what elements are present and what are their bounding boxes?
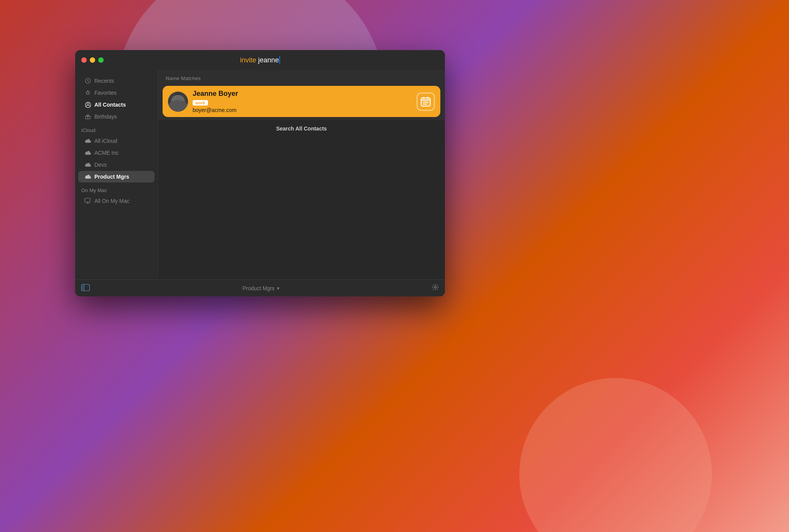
text-cursor xyxy=(279,56,280,64)
close-button[interactable] xyxy=(81,57,87,63)
name-matches-header: Name Matches xyxy=(158,70,445,84)
svg-rect-19 xyxy=(82,286,83,286)
svg-point-7 xyxy=(175,95,181,103)
icloud-section-label: iCloud xyxy=(75,123,158,135)
star-icon xyxy=(84,89,91,96)
search-dropdown: Name Matches xyxy=(158,70,445,137)
current-group-label: Product Mgrs xyxy=(242,285,274,291)
svg-rect-13 xyxy=(427,102,428,103)
sidebar-item-devs[interactable]: Devs xyxy=(78,159,154,171)
birthdays-label: Birthdays xyxy=(94,114,117,120)
sidebar-item-all-contacts[interactable]: All Contacts xyxy=(78,99,154,110)
sidebar-item-all-on-my-mac[interactable]: All On My Mac xyxy=(78,195,154,207)
sidebar-item-recents[interactable]: Recents xyxy=(78,75,154,87)
sidebar-item-all-icloud[interactable]: All iCloud xyxy=(78,135,154,147)
person-circle-icon xyxy=(84,101,91,108)
product-mgrs-label: Product Mgrs xyxy=(94,174,129,180)
devs-label: Devs xyxy=(94,162,107,168)
bottom-bar: Product Mgrs ▾ xyxy=(75,279,445,296)
contact-name: Jeanne Boyer xyxy=(193,90,412,98)
mac-icon xyxy=(84,197,91,204)
settings-gear-button[interactable] xyxy=(432,284,439,293)
title-search-bar[interactable]: invite jeanne xyxy=(240,56,280,64)
contact-result-jeanne-boyer[interactable]: Jeanne Boyer work boyer@acme.com xyxy=(163,86,440,117)
sidebar-item-acme-inc[interactable]: ACME Inc xyxy=(78,147,154,159)
main-area: Recents Favorites All xyxy=(75,70,445,279)
content-area: Name Matches xyxy=(158,70,445,279)
svg-point-5 xyxy=(168,92,188,112)
contacts-window: invite jeanne Recents xyxy=(75,50,445,296)
cloud-icon-devs xyxy=(84,161,91,168)
sidebar-item-product-mgrs[interactable]: Product Mgrs xyxy=(78,171,154,182)
favorites-label: Favorites xyxy=(94,90,117,96)
svg-rect-21 xyxy=(82,289,83,289)
recents-label: Recents xyxy=(94,78,114,84)
svg-rect-20 xyxy=(82,287,83,288)
svg-point-6 xyxy=(174,94,182,102)
sidebar-item-favorites[interactable]: Favorites xyxy=(78,87,154,99)
sidebar-toggle-button[interactable] xyxy=(81,284,90,293)
clock-icon xyxy=(84,77,91,84)
calendar-action-button[interactable] xyxy=(416,92,435,111)
title-bar: invite jeanne xyxy=(75,50,445,70)
contact-tag: work xyxy=(193,100,208,105)
cloud-icon-product-mgrs xyxy=(84,173,91,180)
all-icloud-label: All iCloud xyxy=(94,138,117,144)
svg-point-22 xyxy=(435,286,436,288)
all-contacts-label: All Contacts xyxy=(94,102,126,108)
svg-point-2 xyxy=(87,103,89,105)
chevron-down-icon: ▾ xyxy=(277,286,279,291)
all-on-my-mac-label: All On My Mac xyxy=(94,198,129,204)
svg-rect-12 xyxy=(425,102,426,103)
traffic-lights xyxy=(81,57,104,63)
sidebar: Recents Favorites All xyxy=(75,70,158,279)
gift-icon xyxy=(84,113,91,120)
invite-label: invite xyxy=(240,56,256,64)
svg-rect-14 xyxy=(423,104,425,105)
contact-info: Jeanne Boyer work boyer@acme.com xyxy=(193,90,412,113)
svg-rect-11 xyxy=(423,102,425,103)
minimize-button[interactable] xyxy=(90,57,95,63)
contact-email: boyer@acme.com xyxy=(193,107,412,113)
svg-rect-4 xyxy=(85,198,90,202)
maximize-button[interactable] xyxy=(98,57,104,63)
cloud-icon-acme xyxy=(84,149,91,156)
sidebar-item-birthdays[interactable]: Birthdays xyxy=(78,111,154,122)
current-group-selector[interactable]: Product Mgrs ▾ xyxy=(242,285,279,291)
avatar-image xyxy=(168,92,188,112)
avatar xyxy=(168,92,188,112)
search-query: jeanne xyxy=(258,56,279,64)
svg-rect-15 xyxy=(425,104,426,105)
cloud-icon-all-icloud xyxy=(84,137,91,144)
acme-inc-label: ACME Inc xyxy=(94,150,119,156)
search-all-contacts-button[interactable]: Search All Contacts xyxy=(158,120,445,137)
on-my-mac-section-label: On My Mac xyxy=(75,183,158,195)
svg-point-8 xyxy=(172,105,184,112)
